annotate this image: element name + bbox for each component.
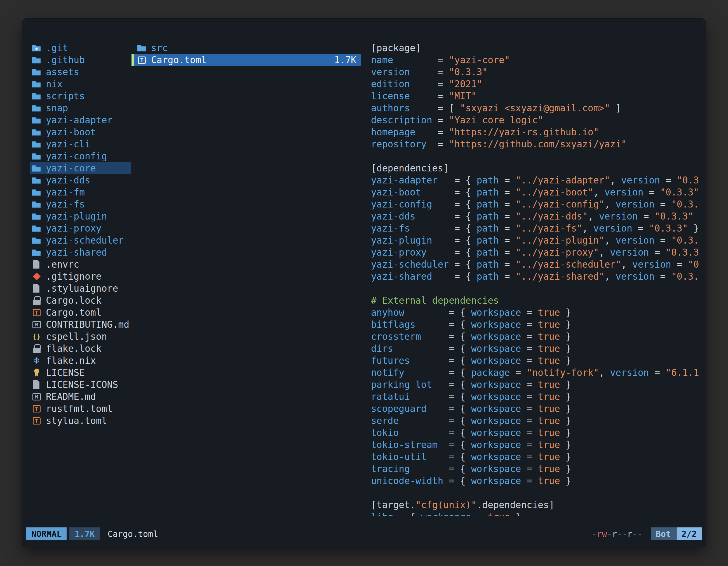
parent-item-yazi-scheduler[interactable]: yazi-scheduler [30, 234, 131, 247]
folder-icon [32, 151, 41, 162]
current-item-Cargo.toml[interactable]: TCargo.toml1.7K [131, 54, 361, 66]
git-folder-icon [32, 42, 41, 54]
preview-line: license = "MIT" [371, 90, 699, 102]
preview-line [371, 283, 699, 294]
mode-indicator: NORMAL [26, 527, 67, 540]
preview-line: anyhow = { workspace = true } [371, 306, 699, 318]
file-size-chip: 1.7K [69, 527, 100, 540]
file-name: CONTRIBUTING.md [46, 319, 129, 330]
folder-icon [32, 235, 41, 247]
current-directory-pane: srcTCargo.toml1.7K [131, 42, 361, 516]
folder-icon [32, 102, 41, 114]
parent-item-rustfmt.toml[interactable]: Trustfmt.toml [30, 403, 131, 415]
preview-line: # External dependencies [371, 294, 699, 306]
parent-item-.git[interactable]: .git [30, 42, 131, 54]
file-name: stylua.toml [46, 415, 107, 426]
parent-item-stylua.toml[interactable]: Tstylua.toml [30, 415, 131, 427]
folder-icon [32, 90, 41, 102]
preview-line: ratatui = { workspace = true } [371, 391, 699, 403]
parent-item-nix[interactable]: nix [30, 78, 131, 90]
file-name: flake.nix [46, 355, 96, 366]
folder-icon [32, 199, 41, 210]
parent-item-.envrc[interactable]: .envrc [30, 259, 131, 271]
file-name: .styluaignore [46, 283, 118, 294]
parent-item-.styluaignore[interactable]: .styluaignore [30, 283, 131, 294]
preview-line: scopeguard = { workspace = true } [371, 403, 699, 415]
md-icon: M [32, 391, 41, 403]
parent-item-yazi-fs[interactable]: yazi-fs [30, 198, 131, 210]
folder-icon [32, 187, 41, 198]
preview-line: [package] [371, 42, 699, 54]
license-icon [32, 367, 41, 379]
parent-item-assets[interactable]: assets [30, 66, 131, 78]
parent-item-scripts[interactable]: scripts [30, 90, 131, 102]
toml-icon: T [32, 307, 41, 318]
gitignore-icon [32, 271, 41, 283]
preview-line: yazi-scheduler = { path = "../yazi-sched… [371, 259, 699, 271]
parent-item-yazi-core[interactable]: yazi-core [30, 162, 131, 174]
nix-icon: ❄ [32, 355, 41, 366]
preview-line: yazi-proxy = { path = "../yazi-proxy", v… [371, 247, 699, 259]
file-name: cspell.json [46, 331, 107, 342]
toml-icon: T [32, 403, 41, 415]
parent-item-yazi-adapter[interactable]: yazi-adapter [30, 114, 131, 126]
parent-item-yazi-proxy[interactable]: yazi-proxy [30, 222, 131, 234]
parent-item-yazi-config[interactable]: yazi-config [30, 150, 131, 162]
parent-item-flake.lock[interactable]: flake.lock [30, 342, 131, 354]
parent-item-Cargo.lock[interactable]: Cargo.lock [30, 294, 131, 306]
preview-line: yazi-shared = { path = "../yazi-shared",… [371, 271, 699, 283]
file-name: Cargo.lock [46, 295, 102, 306]
file-name: nix [46, 79, 63, 90]
parent-item-yazi-fm[interactable]: yazi-fm [30, 186, 131, 198]
parent-item-LICENSE-ICONS[interactable]: LICENSE-ICONS [30, 379, 131, 391]
preview-line: serde = { workspace = true } [371, 415, 699, 427]
parent-item-cspell.json[interactable]: {}cspell.json [30, 330, 131, 342]
parent-item-yazi-cli[interactable]: yazi-cli [30, 138, 131, 150]
preview-line: crossterm = { workspace = true } [371, 330, 699, 342]
folder-icon [32, 223, 41, 234]
parent-item-yazi-dds[interactable]: yazi-dds [30, 174, 131, 186]
parent-item-yazi-shared[interactable]: yazi-shared [30, 247, 131, 259]
parent-item-LICENSE[interactable]: LICENSE [30, 366, 131, 379]
file-name: yazi-proxy [46, 223, 102, 234]
parent-item-Cargo.toml[interactable]: TCargo.toml [30, 306, 131, 318]
preview-line: [target."cfg(unix)".dependencies] [371, 499, 699, 511]
parent-item-snap[interactable]: snap [30, 102, 131, 114]
parent-item-yazi-plugin[interactable]: yazi-plugin [30, 210, 131, 222]
status-bar-left: NORMAL 1.7K Cargo.toml [26, 527, 158, 540]
preview-line: description = "Yazi core logic" [371, 114, 699, 126]
scroll-position-indicator: Bot [651, 527, 676, 540]
file-name: flake.lock [46, 343, 102, 354]
preview-line: bitflags = { workspace = true } [371, 318, 699, 330]
file-name: LICENSE [46, 367, 85, 378]
file-name: yazi-shared [46, 247, 107, 258]
file-size: 1.7K [334, 55, 361, 65]
file-icon [32, 259, 41, 271]
preview-line [371, 487, 699, 499]
folder-icon [32, 126, 41, 138]
parent-item-.github[interactable]: .github [30, 54, 131, 66]
parent-item-flake.nix[interactable]: ❄flake.nix [30, 354, 131, 366]
parent-item-README.md[interactable]: MREADME.md [30, 391, 131, 403]
current-item-src[interactable]: src [131, 42, 361, 54]
parent-item-CONTRIBUTING.md[interactable]: MCONTRIBUTING.md [30, 318, 131, 330]
status-bar-right: -rw-r--r-- Bot 2/2 [592, 527, 702, 540]
file-preview-pane: [package]name = "yazi-core"version = "0.… [371, 42, 699, 516]
preview-line: name = "yazi-core" [371, 54, 699, 66]
file-name: snap [46, 103, 68, 114]
file-name: yazi-adapter [46, 115, 112, 126]
folder-icon [32, 211, 41, 222]
parent-item-.gitignore[interactable]: .gitignore [30, 271, 131, 283]
parent-item-yazi-boot[interactable]: yazi-boot [30, 126, 131, 138]
preview-line: homepage = "https://yazi-rs.github.io" [371, 126, 699, 138]
preview-line: yazi-adapter = { path = "../yazi-adapter… [371, 174, 699, 186]
file-name: yazi-config [46, 151, 107, 162]
file-manager-panes: .git.githubassetsnixscriptssnapyazi-adap… [30, 42, 699, 516]
preview-line: tracing = { workspace = true } [371, 463, 699, 475]
folder-icon [32, 54, 41, 66]
lock-icon [32, 295, 41, 306]
file-name: Cargo.toml [151, 55, 207, 65]
folder-icon [137, 42, 147, 54]
preview-line: version = "0.3.3" [371, 66, 699, 78]
folder-icon [32, 78, 41, 90]
